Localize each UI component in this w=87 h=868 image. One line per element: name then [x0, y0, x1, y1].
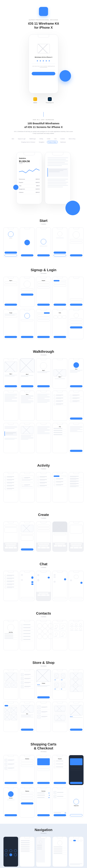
cat-pill[interactable]: Shopping Carts & Checkout [20, 141, 36, 144]
section-walkthrough: Walkthrough 15 screens Step 1 Step 2 Ste… [0, 345, 87, 459]
sketch-icon [33, 97, 37, 101]
hero-phone: Wireframe Kit for iPhone X ★ ★ ★ ★ ★ Lor… [29, 34, 58, 93]
hero-desc-text: Lorem ipsum dolor sit amet consectetur a… [32, 66, 55, 68]
cat-pill[interactable]: Contacts [59, 137, 66, 140]
section-title: Signup & Login [2, 268, 85, 272]
screen [69, 227, 84, 258]
cat-pill[interactable]: Chat [53, 137, 58, 140]
quote-block [48, 168, 68, 177]
screen [20, 227, 35, 258]
section-sub: 15 screens [2, 354, 85, 355]
section-signup: Signup & Login 10 screens Sign In Regist… [0, 264, 87, 345]
section-start: Start 5 screens Welcome [0, 215, 87, 264]
image-placeholder [37, 44, 50, 53]
hero-tagline: Super professional designs [5, 19, 82, 21]
primary-button[interactable] [4, 252, 17, 254]
cat-pill-active[interactable]: Photos & Videos [47, 141, 58, 144]
stats-chart [19, 166, 39, 175]
intro-title: 105 Beautifull Wireframes of iOS 11 Scre… [5, 122, 82, 129]
accent-line [44, 112, 44, 117]
section-title: Walkthrough [2, 350, 85, 353]
section-chat: Chat 5 screens [0, 558, 87, 607]
cat-pill[interactable]: Start [10, 137, 15, 140]
showcase-phone-article [45, 152, 70, 204]
category-pills: Start Signup & Login Walkthrough Activit… [9, 137, 78, 144]
stats-sub: Available [19, 163, 39, 164]
tools-row: Sketch Ps Photoshop CC [5, 97, 82, 103]
showcase-phone-stats: Statistics $1,924.56 Available Performan… [17, 152, 42, 204]
section-sub: 5 screens [2, 223, 85, 225]
section-sub: 10 screens [2, 273, 85, 274]
screen: Welcome [3, 227, 18, 258]
tool-sketch: Sketch [33, 97, 37, 103]
section-cart: Shopping Carts & Checkout 10 screens Che… [0, 738, 87, 824]
intro-body: iOS 11 Wireframe Kit will help you quick… [14, 130, 73, 134]
stats-label: Statistics [19, 157, 39, 159]
accent-bubble [13, 185, 19, 190]
tool-photoshop: Ps Photoshop CC [46, 97, 54, 103]
section-title: Start [2, 219, 85, 223]
accent-bubble [59, 70, 71, 82]
cat-pill[interactable]: Create [46, 137, 52, 140]
showcase: Statistics $1,924.56 Available Performan… [0, 147, 87, 215]
stats-value: $1,924.56 [19, 160, 39, 163]
section-contacts: Contacts 5 screens John Doe [0, 607, 87, 656]
cat-pill[interactable]: Dashboard [59, 141, 67, 144]
star-rating: ★ ★ ★ ★ ★ [32, 60, 55, 62]
cat-pill[interactable]: Store & Shop [67, 137, 77, 140]
section-create: Create 5 screens [0, 509, 87, 558]
accent-bubble [65, 201, 80, 215]
text-placeholder [48, 157, 68, 166]
app-icon [39, 7, 48, 16]
section-activity: Activity 5 screens [0, 459, 87, 509]
photoshop-icon: Ps [48, 97, 52, 101]
cat-pill[interactable]: Activity [38, 137, 45, 140]
hero: Super professional designs iOS 11 Wirefr… [0, 0, 87, 114]
secondary-button[interactable] [4, 254, 17, 256]
intro: See all 105+ screens 105 Beautifull Wire… [0, 114, 87, 147]
keyboard[interactable] [3, 542, 18, 552]
phone-notch [38, 35, 49, 38]
cat-pill[interactable]: Signup & Login [17, 137, 27, 140]
cat-pill[interactable]: Walkthrough [28, 137, 37, 140]
intro-overline: See all 105+ screens [5, 119, 82, 121]
section-store: Store & Shop 10 screens Product$29.00 $1… [0, 656, 87, 738]
hero-title: iOS 11 Wireframe Kit for iPhone X [5, 22, 82, 30]
cat-pill[interactable]: Navigation [38, 141, 46, 144]
screen [36, 227, 51, 258]
stats-rows: Performance$234.00 Progress$150.00 Likes… [19, 178, 39, 194]
hero-card-title: Wireframe Kit for iPhone X [32, 56, 55, 58]
section-nav: Navigation 10 screens [0, 824, 87, 868]
cta-button[interactable] [32, 72, 55, 75]
screen [52, 227, 67, 258]
